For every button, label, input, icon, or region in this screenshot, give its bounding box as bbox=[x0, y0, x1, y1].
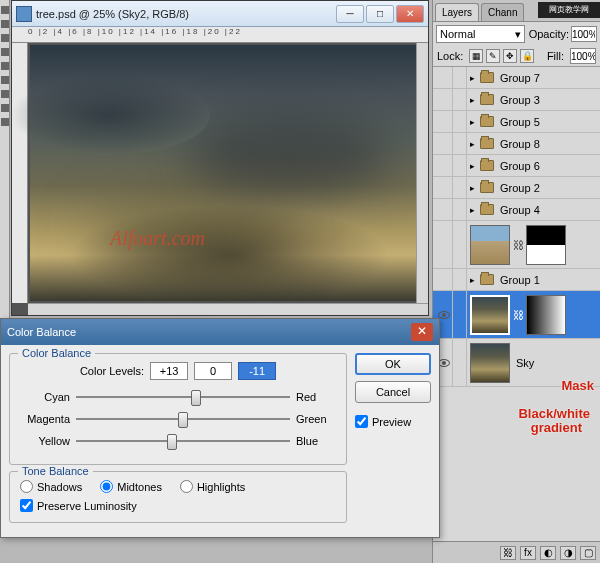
ruler-horizontal[interactable]: 0 |2 |4 |6 |8 |10 |12 |14 |16 |18 |20 |2… bbox=[12, 27, 428, 43]
opacity-label: Opacity: bbox=[529, 28, 569, 40]
expand-icon[interactable]: ▸ bbox=[467, 95, 477, 105]
folder-icon bbox=[480, 138, 494, 149]
site-logo: 网页教学网 bbox=[538, 2, 600, 18]
ps-file-icon bbox=[16, 6, 32, 22]
adjustment-icon[interactable]: ◑ bbox=[560, 546, 576, 560]
layer-group-3[interactable]: ▸Group 3 bbox=[433, 89, 600, 111]
mask-icon[interactable]: ◐ bbox=[540, 546, 556, 560]
document-window: tree.psd @ 25% (Sky2, RGB/8) ─ □ ✕ 0 |2 … bbox=[11, 0, 429, 316]
cyan-red-slider[interactable] bbox=[76, 388, 290, 406]
fill-label: Fill: bbox=[547, 50, 564, 62]
expand-icon[interactable]: ▸ bbox=[467, 205, 477, 215]
magenta-green-slider[interactable] bbox=[76, 410, 290, 428]
expand-icon[interactable]: ▸ bbox=[467, 73, 477, 83]
lock-transparency-icon[interactable]: ▦ bbox=[469, 49, 483, 63]
layer-sky[interactable]: Sky bbox=[433, 339, 600, 387]
canvas[interactable]: Alfoart.com bbox=[30, 45, 416, 301]
fill-input[interactable] bbox=[570, 48, 596, 64]
layer-thumb bbox=[470, 343, 510, 383]
yellow-blue-slider[interactable] bbox=[76, 432, 290, 450]
highlights-radio[interactable]: Highlights bbox=[180, 480, 245, 493]
scrollbar-horizontal[interactable] bbox=[28, 303, 428, 315]
layers-panel: 网页教学网 Layers Chann Normal ▾ Opacity: Loc… bbox=[432, 0, 600, 563]
tone-balance-group: Tone Balance Shadows Midtones Highlights… bbox=[9, 471, 347, 523]
folder-icon bbox=[480, 182, 494, 193]
annotation-bw: Black/white bbox=[518, 406, 590, 421]
yellow-label: Yellow bbox=[20, 435, 70, 447]
folder-icon bbox=[480, 274, 494, 285]
preserve-luminosity-checkbox[interactable]: Preserve Luminosity bbox=[20, 499, 336, 512]
minimize-button[interactable]: ─ bbox=[336, 5, 364, 23]
dialog-title: Color Balance bbox=[7, 326, 76, 338]
mask-thumb bbox=[526, 295, 566, 335]
slider-thumb[interactable] bbox=[167, 434, 177, 450]
layer-group-2[interactable]: ▸Group 2 bbox=[433, 177, 600, 199]
chevron-down-icon: ▾ bbox=[515, 28, 521, 41]
color-balance-legend: Color Balance bbox=[18, 347, 95, 359]
layer-group-8[interactable]: ▸Group 8 bbox=[433, 133, 600, 155]
cyan-label: Cyan bbox=[20, 391, 70, 403]
maximize-button[interactable]: □ bbox=[366, 5, 394, 23]
scrollbar-vertical[interactable] bbox=[416, 43, 428, 303]
watermark: Alfoart.com bbox=[110, 227, 205, 250]
blend-mode-select[interactable]: Normal ▾ bbox=[436, 25, 525, 43]
color-balance-dialog: Color Balance ✕ Color Balance Color Leve… bbox=[0, 318, 440, 538]
tab-channels[interactable]: Chann bbox=[481, 3, 524, 21]
color-levels-label: Color Levels: bbox=[80, 365, 144, 377]
color-level-b-input[interactable] bbox=[194, 362, 232, 380]
color-level-c-input[interactable] bbox=[238, 362, 276, 380]
layer-list: ▸Group 7 ▸Group 3 ▸Group 5 ▸Group 8 ▸Gro… bbox=[433, 67, 600, 387]
expand-icon[interactable]: ▸ bbox=[467, 161, 477, 171]
midtones-radio[interactable]: Midtones bbox=[100, 480, 162, 493]
red-label: Red bbox=[296, 391, 336, 403]
layer-group-4[interactable]: ▸Group 4 bbox=[433, 199, 600, 221]
folder-icon bbox=[480, 72, 494, 83]
expand-icon[interactable]: ▸ bbox=[467, 139, 477, 149]
tab-layers[interactable]: Layers bbox=[435, 3, 479, 21]
layer-thumb bbox=[470, 225, 510, 265]
slider-thumb[interactable] bbox=[178, 412, 188, 428]
blue-label: Blue bbox=[296, 435, 336, 447]
opacity-input[interactable] bbox=[571, 26, 597, 42]
document-titlebar[interactable]: tree.psd @ 25% (Sky2, RGB/8) ─ □ ✕ bbox=[12, 1, 428, 27]
mask-link-icon: ⛓ bbox=[513, 239, 523, 251]
layer-sky2-selected[interactable]: ⛓ bbox=[433, 291, 600, 339]
expand-icon[interactable]: ▸ bbox=[467, 275, 477, 285]
slider-thumb[interactable] bbox=[191, 390, 201, 406]
lock-position-icon[interactable]: ✥ bbox=[503, 49, 517, 63]
close-button[interactable]: ✕ bbox=[396, 5, 424, 23]
document-title: tree.psd @ 25% (Sky2, RGB/8) bbox=[36, 8, 336, 20]
tone-balance-legend: Tone Balance bbox=[18, 465, 93, 477]
layers-footer: ⛓ fx ◐ ◑ ▢ bbox=[433, 541, 600, 563]
dialog-close-button[interactable]: ✕ bbox=[411, 323, 433, 341]
folder-icon bbox=[480, 160, 494, 171]
fx-icon[interactable]: fx bbox=[520, 546, 536, 560]
lock-pixels-icon[interactable]: ✎ bbox=[486, 49, 500, 63]
color-balance-group: Color Balance Color Levels: Cyan Red Mag… bbox=[9, 353, 347, 465]
link-layers-icon[interactable]: ⛓ bbox=[500, 546, 516, 560]
preview-checkbox[interactable]: Preview bbox=[355, 415, 431, 428]
layer-group-1[interactable]: ▸Group 1 bbox=[433, 269, 600, 291]
layer-group-5[interactable]: ▸Group 5 bbox=[433, 111, 600, 133]
layer-group-7[interactable]: ▸Group 7 bbox=[433, 67, 600, 89]
expand-icon[interactable]: ▸ bbox=[467, 117, 477, 127]
layer-group-6[interactable]: ▸Group 6 bbox=[433, 155, 600, 177]
shadows-radio[interactable]: Shadows bbox=[20, 480, 82, 493]
lock-all-icon[interactable]: 🔒 bbox=[520, 49, 534, 63]
group-icon[interactable]: ▢ bbox=[580, 546, 596, 560]
dialog-titlebar[interactable]: Color Balance ✕ bbox=[1, 319, 439, 345]
layer-ground[interactable]: ⛓ bbox=[433, 221, 600, 269]
mask-thumb bbox=[526, 225, 566, 265]
folder-icon bbox=[480, 116, 494, 127]
tool-strip bbox=[0, 0, 10, 320]
green-label: Green bbox=[296, 413, 336, 425]
cancel-button[interactable]: Cancel bbox=[355, 381, 431, 403]
expand-icon[interactable]: ▸ bbox=[467, 183, 477, 193]
mask-link-icon: ⛓ bbox=[513, 309, 523, 321]
ok-button[interactable]: OK bbox=[355, 353, 431, 375]
ruler-vertical[interactable] bbox=[12, 43, 28, 303]
folder-icon bbox=[480, 204, 494, 215]
color-level-a-input[interactable] bbox=[150, 362, 188, 380]
magenta-label: Magenta bbox=[20, 413, 70, 425]
blend-mode-value: Normal bbox=[440, 28, 475, 40]
